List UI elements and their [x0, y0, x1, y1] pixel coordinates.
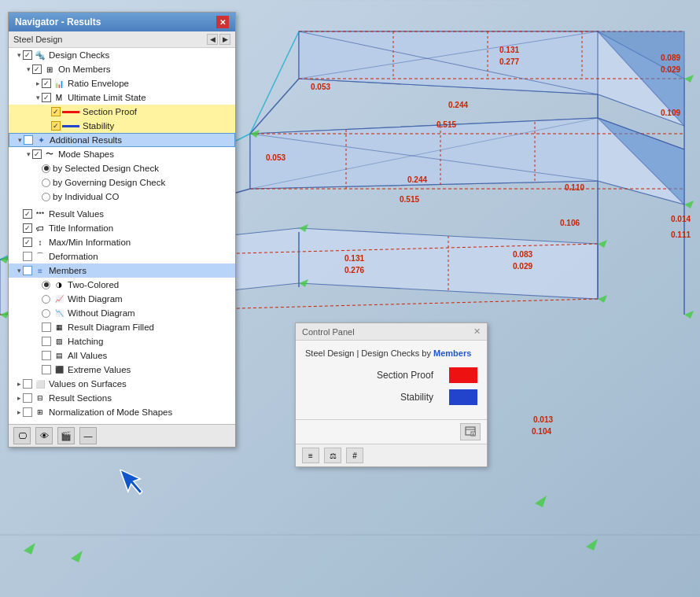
bottom-tool-eye[interactable]: 👁 — [35, 427, 53, 444]
nav-toolbar: Steel Design ◀ ▶ — [9, 31, 235, 48]
checkbox-stability[interactable] — [51, 121, 61, 131]
tree-item-stability[interactable]: Stability — [9, 119, 235, 133]
tree-item-by-governing[interactable]: by Governing Design Check — [9, 175, 235, 190]
checkbox-members[interactable] — [23, 266, 32, 275]
tree-item-result-diagram-filled[interactable]: ▦ Result Diagram Filled — [9, 320, 235, 334]
checkbox-values-surfaces[interactable] — [23, 379, 32, 389]
nav-close-button[interactable]: ✕ — [216, 16, 229, 28]
nav-arrow-right[interactable]: ▶ — [219, 34, 230, 45]
radio-by-selected[interactable] — [42, 164, 50, 173]
section-proof-color-line — [62, 111, 79, 113]
expand-additional-results[interactable]: ▾ — [16, 136, 24, 144]
values-surfaces-icon: ⬜ — [34, 378, 46, 389]
checkbox-hatching[interactable] — [42, 337, 51, 346]
tree-item-values-on-surfaces[interactable]: ▸ ⬜ Values on Surfaces — [9, 377, 235, 391]
radio-without-diagram[interactable] — [42, 309, 50, 318]
tree-item-title-info[interactable]: 🏷 Title Information — [9, 221, 235, 235]
checkbox-deformation[interactable] — [23, 252, 32, 261]
tree-item-with-diagram[interactable]: 📈 With Diagram — [9, 292, 235, 306]
tree-item-hatching[interactable]: ▨ Hatching — [9, 334, 235, 348]
result-values-icon: *** — [34, 208, 46, 219]
label-design-checks: Design Checks — [49, 50, 109, 60]
tree-item-uls[interactable]: ▾ M Ultimate Limit State — [9, 90, 235, 105]
checkbox-title-info[interactable] — [23, 223, 32, 233]
expand-on-members[interactable]: ▾ — [24, 65, 32, 73]
label-on-members: On Members — [58, 64, 110, 74]
checkbox-result-sections[interactable] — [23, 393, 32, 403]
expand-design-checks[interactable]: ▾ — [15, 51, 23, 59]
cp-export-btn[interactable] — [460, 423, 481, 440]
vp-num-11: 0.110 — [565, 183, 584, 192]
cp-titlebar: Control Panel ✕ — [296, 323, 487, 341]
vp-num-15: 0.276 — [344, 266, 364, 275]
expand-values-surfaces[interactable]: ▸ — [15, 380, 23, 388]
checkbox-ratio-envelope[interactable] — [42, 79, 51, 88]
checkbox-section-proof[interactable] — [51, 107, 61, 116]
tree-item-extreme-values[interactable]: ⬛ Extreme Values — [9, 363, 235, 377]
tree-item-additional-results[interactable]: ▾ ✦ Additional Results — [9, 133, 235, 147]
cp-bottom — [296, 419, 487, 444]
checkbox-mode-shapes[interactable] — [32, 149, 42, 159]
tree-item-deformation[interactable]: ⌒ Deformation — [9, 249, 235, 263]
tree-item-ratio-envelope[interactable]: ▸ 📊 Ratio Envelope — [9, 76, 235, 90]
vp-num-20: 0.013 — [533, 415, 553, 424]
cp-toolbar-numbers[interactable]: # — [346, 448, 363, 463]
expand-normalization[interactable]: ▸ — [15, 408, 23, 416]
tree-item-by-selected[interactable]: by Selected Design Check — [9, 161, 235, 175]
all-values-icon: ▤ — [53, 350, 65, 361]
expand-ratio-envelope[interactable]: ▸ — [34, 79, 42, 87]
checkbox-maxmin[interactable] — [23, 238, 32, 247]
vp-num-14: 0.131 — [344, 254, 364, 263]
tree-item-mode-shapes[interactable]: ▾ 〜 Mode Shapes — [9, 147, 235, 161]
radio-with-diagram[interactable] — [42, 295, 50, 304]
cp-toolbar-list[interactable]: ≡ — [302, 448, 319, 463]
tree-item-maxmin[interactable]: ↕ Max/Min Information — [9, 235, 235, 249]
radio-by-governing[interactable] — [42, 179, 50, 187]
tree-item-on-members[interactable]: ▾ ⊞ On Members — [9, 62, 235, 76]
tree-item-two-colored[interactable]: ◑ Two-Colored — [9, 278, 235, 292]
label-by-governing: by Governing Design Check — [53, 178, 165, 187]
vp-num-19: 0.111 — [671, 230, 691, 239]
label-ratio-envelope: Ratio Envelope — [68, 79, 129, 88]
cp-toolbar-scale[interactable]: ⚖ — [324, 448, 341, 463]
on-members-icon: ⊞ — [43, 64, 56, 75]
expand-result-sections[interactable]: ▸ — [15, 394, 23, 402]
uls-icon: M — [53, 92, 65, 103]
tree-item-members[interactable]: ▾ ≡ Members — [9, 263, 235, 278]
expand-members[interactable]: ▾ — [15, 267, 23, 275]
bottom-tool-camera[interactable]: 🎬 — [57, 427, 75, 444]
bottom-tool-dash[interactable]: — — [79, 427, 97, 444]
tree-item-without-diagram[interactable]: 📉 Without Diagram — [9, 306, 235, 320]
checkbox-result-diagram[interactable] — [42, 322, 51, 332]
tree-item-design-checks[interactable]: ▾ 🔩 Design Checks — [9, 48, 235, 62]
checkbox-extreme-values[interactable] — [42, 365, 51, 374]
checkbox-result-values[interactable] — [23, 209, 32, 219]
bottom-tool-display[interactable]: 🖵 — [13, 427, 31, 444]
cp-close-icon[interactable]: ✕ — [473, 326, 481, 337]
checkbox-uls[interactable] — [42, 93, 51, 102]
label-result-values: Result Values — [49, 209, 104, 219]
vp-num-12: 0.515 — [400, 195, 419, 204]
checkbox-normalization[interactable] — [23, 407, 32, 417]
label-extreme-values: Extreme Values — [68, 365, 131, 374]
radio-two-colored[interactable] — [42, 281, 50, 289]
vp-num-17: 0.029 — [513, 262, 532, 271]
stability-color-line — [62, 125, 79, 127]
checkbox-on-members[interactable] — [32, 64, 42, 74]
radio-by-individual[interactable] — [42, 193, 50, 201]
checkbox-all-values[interactable] — [42, 351, 51, 360]
tree-item-normalization[interactable]: ▸ ⊞ Normalization of Mode Shapes — [9, 405, 235, 419]
expand-uls[interactable]: ▾ — [34, 94, 42, 101]
checkbox-additional-results[interactable] — [24, 135, 33, 145]
tree-item-result-sections[interactable]: ▸ ⊟ Result Sections — [9, 391, 235, 405]
tree-item-by-individual[interactable]: by Individual CO — [9, 190, 235, 204]
nav-arrow-left[interactable]: ◀ — [207, 34, 218, 45]
expand-mode-shapes[interactable]: ▾ — [24, 150, 32, 158]
vp-num-8: 0.515 — [437, 120, 456, 129]
tree-item-all-values[interactable]: ▤ All Values — [9, 348, 235, 363]
label-mode-shapes: Mode Shapes — [58, 149, 114, 159]
tree-item-result-values[interactable]: *** Result Values — [9, 207, 235, 221]
tree-item-section-proof[interactable]: Section Proof — [9, 105, 235, 119]
nav-toolbar-label: Steel Design — [13, 35, 204, 44]
checkbox-design-checks[interactable] — [23, 50, 32, 60]
